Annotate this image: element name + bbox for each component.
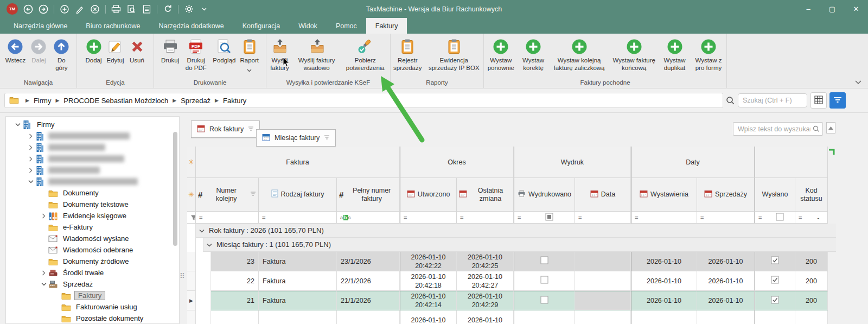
podgląd-button[interactable]: Podgląd (210, 37, 238, 66)
refresh-icon[interactable] (163, 4, 173, 14)
group-row-level-0[interactable]: Rok faktury : 2026 (101 165,70 PLN) (187, 224, 836, 238)
do-góry-button[interactable]: Do góry (49, 37, 73, 73)
wystaw-korektę-button[interactable]: Wystaw korektę (518, 37, 548, 73)
group-expand-icon[interactable] (207, 240, 212, 249)
filter-cell[interactable]: = (457, 212, 514, 224)
wyślij-faktury-wsadowo-button[interactable]: Wyślij faktury wsadowo (293, 37, 341, 73)
grid-search-input[interactable] (733, 122, 823, 136)
tree-item-e-faktury[interactable]: e-Faktury (6, 221, 179, 233)
unchecked-checkbox-icon[interactable] (540, 296, 548, 306)
invoice-row-23[interactable]: 23Faktura23/1/20262026-01-1020:42:222026… (187, 252, 836, 271)
tree-expander-closed-icon[interactable] (40, 213, 48, 219)
tree-item-firmy[interactable]: Firmy (6, 119, 179, 130)
breadcrumb-item[interactable]: Faktury (223, 97, 246, 105)
add-icon[interactable] (60, 4, 69, 14)
breadcrumb-item[interactable]: Firmy (34, 97, 52, 105)
pobierz-potwierdzenia-button[interactable]: Pobierz potwierdzenia (341, 37, 390, 73)
edytuj-button[interactable]: Edytuj (105, 37, 126, 66)
global-search-input[interactable] (738, 93, 807, 107)
wyślij-faktury-button[interactable]: Wyślij faktury (266, 37, 293, 73)
tree-item-środki-trwałe[interactable]: Środki trwałe (6, 267, 179, 278)
tree-expander-closed-icon[interactable] (27, 145, 35, 150)
settings-gear-icon[interactable] (184, 4, 194, 14)
filter-cell[interactable]: = (755, 212, 795, 224)
column-header-pełny-numer-faktury[interactable]: #Pełny numer faktury (337, 178, 400, 212)
filter-cell[interactable]: = (631, 212, 697, 224)
tree-item-wiadomości-odebrane[interactable]: Wiadomości odebrane (6, 244, 179, 256)
tree-item-fakturowanie-usług[interactable]: Fakturowanie usług (6, 301, 179, 313)
raport-button[interactable]: Raport (238, 37, 261, 75)
tree-item-company[interactable] (6, 130, 179, 142)
unchecked-checkbox-icon[interactable] (540, 256, 548, 266)
tree-expander-closed-icon[interactable] (27, 156, 35, 162)
ewidencja-sprzedaży-ip-box-button[interactable]: Ewidencja sprzedaży IP BOX (425, 37, 484, 73)
wystaw-fakturę-końcową-button[interactable]: Wystaw fakturę końcową (609, 37, 659, 73)
filter-menu-button[interactable] (829, 92, 846, 109)
grid-view-button[interactable] (810, 92, 827, 109)
maximize-button[interactable]: ▢ (820, 0, 844, 18)
checked-checkbox-icon[interactable] (771, 296, 779, 306)
breadcrumb-item[interactable]: PROCODE Sebastian Możdzioch (63, 97, 168, 105)
checked-checkbox-icon[interactable] (771, 276, 779, 286)
column-header-wydrukowano[interactable]: Wydrukowano (514, 178, 575, 212)
tree-item-pozostałe-dokumenty[interactable]: Pozostałe dokumenty (6, 313, 179, 324)
tree-expander-closed-icon[interactable] (27, 134, 35, 139)
invoice-row-22[interactable]: 22Faktura22/1/20262026-01-1020:42:182026… (187, 271, 836, 291)
column-header-sprzedaży[interactable]: Sprzedaży (697, 178, 755, 212)
wystaw-duplikat-button[interactable]: Wystaw duplikat (659, 37, 691, 73)
breadcrumb[interactable]: ▶Firmy▶PROCODE Sebastian Możdzioch▶Sprze… (4, 93, 723, 108)
filter-cell[interactable]: = (514, 212, 575, 224)
drukuj-do-pdf-button[interactable]: PDFDrukuj do PDF (181, 37, 210, 73)
drukuj-button[interactable]: Drukuj (159, 37, 181, 66)
tab-konfiguracja[interactable]: Konfiguracja (233, 18, 290, 34)
filter-cell[interactable]: = (575, 212, 631, 224)
dodaj-button[interactable]: Dodaj (83, 37, 105, 66)
tab-pomoc[interactable]: Pomoc (327, 18, 366, 34)
tree-item-ewidencje-księgowe[interactable]: Ewidencje księgowe (6, 210, 179, 221)
wystaw-z-pro-formy-button[interactable]: Wystaw z pro formy (691, 37, 726, 73)
group-expand-icon[interactable] (199, 226, 205, 234)
filter-cell[interactable]: = (400, 212, 457, 224)
filter-cell[interactable]: abc (337, 212, 400, 224)
tree-expander-open-icon[interactable] (40, 282, 48, 286)
group-by-chip-rok-faktury[interactable]: Rok faktury (191, 120, 260, 138)
ribbon-collapse-icon[interactable] (855, 77, 861, 87)
edit-pencil-icon[interactable] (75, 4, 85, 14)
column-header-utworzono[interactable]: Utworzono (400, 178, 457, 212)
tree-item-dokumenty[interactable]: Dokumenty (6, 187, 179, 199)
column-header-kod-statusu[interactable]: Kod statusu (795, 178, 828, 212)
tree-item-company[interactable] (6, 164, 179, 176)
group-by-chip-miesiac-faktury[interactable]: Miesiąc faktury (256, 129, 336, 147)
tree-item-company[interactable] (6, 176, 179, 187)
invoice-row-21[interactable]: ▶21Faktura21/1/20262026-01-1020:42:14202… (187, 291, 836, 310)
print-icon[interactable] (111, 4, 121, 14)
column-header-data[interactable]: Data (575, 178, 631, 212)
rejestr-sprzedaży-button[interactable]: Rejestr sprzedaży (391, 37, 425, 73)
tree-item-wiadomości-wysłane[interactable]: Wiadomości wysłane (6, 233, 179, 244)
back-circle-icon[interactable] (23, 4, 33, 14)
column-header-wystawienia[interactable]: Wystawienia (631, 178, 697, 212)
filter-cell[interactable]: = (196, 212, 259, 224)
print-preview-icon[interactable] (126, 4, 136, 14)
filter-cell[interactable]: = (259, 212, 337, 224)
wstecz-button[interactable]: Wstecz (3, 37, 28, 66)
tab-biuro-rachunkowe[interactable]: Biuro rachunkowe (76, 18, 149, 34)
tab-narzędzia-główne[interactable]: Narzędzia główne (4, 18, 76, 34)
tab-narzędzia-dodatkowe[interactable]: Narzędzia dodatkowe (149, 18, 233, 34)
splitter-handle[interactable]: ⠿ (180, 274, 184, 279)
delete-circle-icon[interactable] (90, 4, 100, 14)
tree-item-sprzedaż[interactable]: Sprzedaż (6, 278, 179, 290)
column-header-ostatnia-zmiana[interactable]: Ostatnia zmiana (457, 178, 514, 212)
filter-cell[interactable]: =- (795, 212, 828, 224)
tab-faktury[interactable]: Faktury (366, 18, 407, 34)
tree-expander-open-icon[interactable] (27, 180, 35, 183)
column-header-numer-kolejny[interactable]: #Numer kolejny (196, 178, 259, 212)
usuń-button[interactable]: Usuń (126, 37, 148, 66)
tree-expander-closed-icon[interactable] (27, 168, 35, 173)
wystaw-kolejną-fakturę-zaliczkową-button[interactable]: Wystaw kolejną fakturę zaliczkową (549, 37, 610, 73)
minimize-button[interactable]: – (796, 0, 820, 18)
tree-item-dokumenty-źródłowe[interactable]: Dokumenty źródłowe (6, 256, 179, 267)
tree-expander-closed-icon[interactable] (40, 270, 48, 276)
tree-item-company[interactable] (6, 153, 179, 164)
tree-item-dokumenty-tekstowe[interactable]: Dokumenty tekstowe (6, 199, 179, 210)
